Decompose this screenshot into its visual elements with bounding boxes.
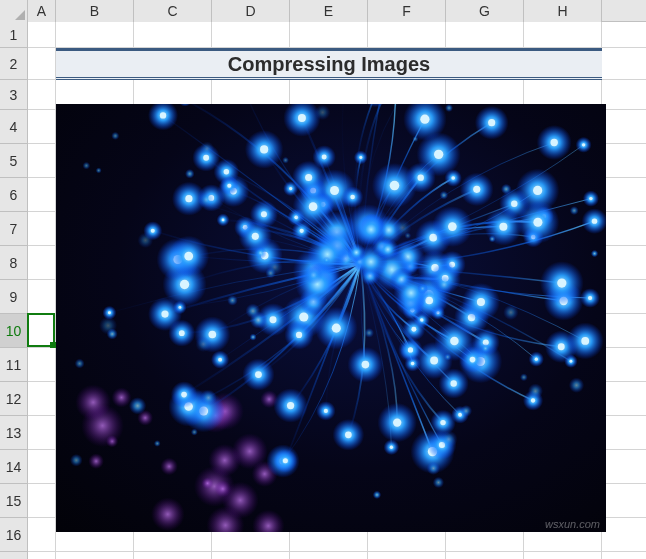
svg-point-212	[179, 330, 185, 336]
svg-point-272	[570, 206, 579, 215]
row-header-9[interactable]: 9	[0, 280, 27, 314]
svg-point-263	[355, 214, 387, 246]
col-header-A[interactable]: A	[28, 0, 56, 22]
col-header-G[interactable]: G	[446, 0, 524, 22]
svg-point-311	[195, 336, 211, 352]
row-header-12[interactable]: 12	[0, 382, 27, 416]
svg-point-162	[332, 324, 341, 333]
row-header-11[interactable]: 11	[0, 348, 27, 382]
svg-point-128	[420, 115, 429, 124]
svg-point-281	[591, 250, 598, 257]
cells-area[interactable]: Compressing Images	[28, 22, 646, 559]
row-header-10[interactable]: 10	[0, 314, 27, 348]
svg-point-287	[200, 141, 214, 155]
col-header-D[interactable]: D	[212, 0, 290, 22]
row-header-14[interactable]: 14	[0, 450, 27, 484]
row-header-1[interactable]: 1	[0, 22, 27, 48]
svg-point-277	[138, 233, 154, 249]
svg-point-304	[245, 304, 260, 319]
svg-point-118	[418, 174, 424, 180]
svg-point-26	[450, 380, 456, 386]
svg-point-275	[445, 104, 453, 112]
svg-point-289	[304, 266, 322, 284]
svg-point-308	[111, 132, 119, 140]
svg-point-106	[362, 361, 370, 369]
row-header-16[interactable]: 16	[0, 518, 27, 552]
svg-point-38	[345, 431, 352, 438]
svg-point-216	[227, 184, 231, 188]
svg-point-280	[198, 192, 214, 208]
row-header-3[interactable]: 3	[0, 80, 27, 110]
svg-point-94	[209, 331, 217, 339]
svg-point-234	[477, 298, 485, 306]
title-text: Compressing Images	[228, 53, 430, 76]
active-cell-outline	[27, 313, 55, 347]
svg-point-285	[440, 431, 457, 448]
row-header-2[interactable]: 2	[0, 48, 27, 80]
svg-point-18	[222, 482, 259, 519]
svg-point-307	[412, 136, 418, 142]
svg-point-86	[305, 174, 312, 181]
svg-point-186	[533, 218, 542, 227]
title-merged-cell[interactable]: Compressing Images	[56, 48, 602, 80]
svg-point-36	[533, 186, 542, 195]
svg-point-240	[324, 409, 328, 413]
svg-point-314	[489, 236, 496, 243]
svg-point-40	[180, 280, 189, 289]
row-header-7[interactable]: 7	[0, 212, 27, 246]
svg-point-260	[347, 243, 366, 262]
row-header-6[interactable]: 6	[0, 178, 27, 212]
svg-point-299	[96, 167, 102, 173]
svg-point-146	[448, 222, 457, 231]
svg-point-300	[70, 454, 83, 467]
svg-point-62	[499, 223, 507, 231]
svg-point-232	[408, 347, 413, 352]
column-headers-row: A B C D E F G H	[0, 0, 646, 22]
svg-point-236	[390, 446, 393, 449]
col-header-B[interactable]: B	[56, 0, 134, 22]
svg-point-294	[249, 334, 256, 341]
svg-point-270	[75, 359, 85, 369]
row-header-8[interactable]: 8	[0, 246, 27, 280]
svg-point-286	[83, 162, 91, 170]
svg-point-220	[222, 219, 225, 222]
svg-point-56	[160, 112, 166, 118]
col-header-H[interactable]: H	[524, 0, 602, 22]
svg-point-148	[218, 358, 222, 362]
svg-point-152	[558, 343, 565, 350]
svg-point-293	[501, 184, 512, 195]
svg-point-190	[350, 195, 355, 200]
svg-point-4	[160, 458, 178, 476]
svg-point-64	[582, 143, 585, 146]
col-header-C[interactable]: C	[134, 0, 212, 22]
svg-point-269	[191, 429, 198, 436]
svg-point-176	[309, 202, 318, 211]
svg-point-134	[181, 392, 187, 398]
svg-point-168	[440, 420, 445, 425]
svg-point-144	[589, 197, 592, 200]
svg-point-224	[581, 337, 589, 345]
svg-point-282	[154, 440, 161, 447]
svg-point-180	[252, 233, 259, 240]
svg-point-198	[473, 186, 480, 193]
svg-point-17	[75, 385, 111, 421]
svg-point-292	[427, 462, 440, 475]
svg-point-206	[393, 418, 401, 426]
row-header-13[interactable]: 13	[0, 416, 27, 450]
svg-point-30	[511, 201, 517, 207]
col-header-E[interactable]: E	[290, 0, 368, 22]
svg-point-76	[270, 316, 277, 323]
row-header-5[interactable]: 5	[0, 144, 27, 178]
svg-point-271	[227, 295, 238, 306]
svg-point-313	[435, 276, 453, 294]
row-header-15[interactable]: 15	[0, 484, 27, 518]
svg-point-214	[450, 337, 458, 345]
svg-point-13	[202, 477, 214, 489]
spreadsheet-grid: A B C D E F G H 1 2 3 4 5 6 7 8 9 10 11 …	[0, 0, 646, 559]
embedded-image[interactable]: wsxun.com	[56, 104, 606, 532]
col-header-F[interactable]: F	[368, 0, 446, 22]
row-header-4[interactable]: 4	[0, 110, 27, 144]
select-all-corner[interactable]	[0, 0, 28, 22]
svg-point-306	[185, 169, 195, 179]
svg-point-309	[528, 383, 543, 398]
